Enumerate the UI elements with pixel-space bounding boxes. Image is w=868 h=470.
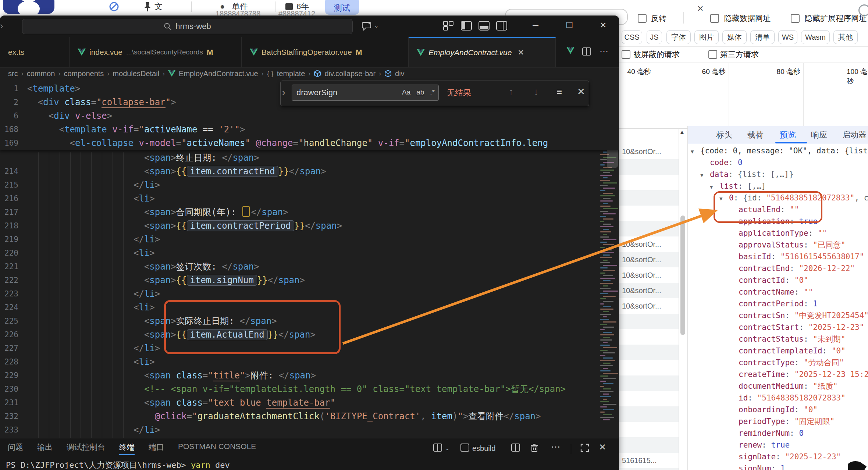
code-line[interactable]: 221 <span>签订次数: </span> (0, 260, 619, 274)
tab-ex.ts[interactable]: ex.ts (0, 37, 70, 67)
panel-tab-问题[interactable]: 问题 (8, 442, 23, 455)
code-line[interactable]: 214 <span>{{item.contractEnd}}</span> (0, 165, 619, 178)
chevron-right-icon: › (163, 70, 165, 78)
tree-value: "2025-12-23 15:20: (794, 370, 868, 379)
panel-tab-标头[interactable]: 标头 (716, 126, 732, 144)
breadcrumb-item[interactable]: div.collapse-bar (324, 70, 376, 78)
code-line[interactable]: 229 <span class="title">附件: </span> (0, 369, 619, 382)
code-line[interactable]: 220 <li> (0, 246, 619, 260)
code-line[interactable]: 232 @click="graduateAttachmentClick('BIZ… (0, 410, 619, 423)
code-line[interactable]: 6 <div v-else> (0, 109, 619, 123)
code-line[interactable]: 230 <!-- <span v-if="templateList.length… (0, 382, 619, 396)
toggle-secondary-sidebar-icon[interactable] (496, 21, 507, 31)
tree-value: "0" (804, 405, 818, 414)
tree-key: actualEnd (739, 205, 780, 214)
panel-tab-响应[interactable]: 响应 (811, 126, 827, 144)
chevron-down-icon[interactable]: ⌄ (445, 445, 450, 452)
maximize-button[interactable]: ☐ (563, 19, 576, 32)
breadcrumb-item[interactable]: div (395, 70, 405, 78)
code-text: </li> (27, 423, 160, 437)
code-editor[interactable]: <span>终止日期: </span>214 <span>{{item.cont… (0, 80, 619, 438)
breadcrumb-item[interactable]: template (277, 70, 305, 78)
expand-arrow-icon[interactable]: ▼ (719, 193, 729, 204)
panel-tab-POSTMAN CONSOLE[interactable]: POSTMAN CONSOLE (178, 442, 256, 455)
tab-label: index.vue (89, 48, 122, 57)
code-line[interactable]: 219 </li> (0, 233, 619, 246)
close-window-button[interactable]: ✕ (597, 19, 610, 32)
code-line[interactable]: 218 <span>{{item.contractPeriod}}</span> (0, 219, 619, 233)
find-widget: › drawerSign Aa ab .* 无结果 ↑ ↓ ≡ ✕ (280, 81, 589, 106)
panel-tab-载荷[interactable]: 载荷 (747, 126, 764, 144)
tree-key: onboardingId (739, 405, 794, 414)
regex-icon[interactable]: .* (430, 88, 435, 96)
braces-icon: { } (267, 70, 274, 78)
terminal-prompt[interactable]: PS D:\ZJFProject\人力资源项目\hrms-web> yarn d… (6, 460, 230, 470)
code-line[interactable]: 228 <li> (0, 355, 619, 369)
toggle-sidebar-icon[interactable] (461, 21, 472, 31)
panel-tab-输出[interactable]: 输出 (37, 442, 53, 455)
find-input[interactable]: drawerSign Aa ab .* (292, 85, 439, 101)
previous-match-icon[interactable]: ↑ (509, 86, 513, 97)
whole-word-icon[interactable]: ab (416, 88, 424, 96)
split-icon[interactable] (511, 444, 520, 452)
code-line[interactable]: 223 </li> (0, 287, 619, 301)
panel-tab-调试控制台[interactable]: 调试控制台 (67, 442, 105, 455)
code-line[interactable]: 225 <span>实际终止日期: </span> (0, 314, 619, 328)
toggle-replace-icon[interactable]: › (282, 87, 285, 98)
code-line[interactable]: 215 </li> (0, 178, 619, 192)
panel-tab-端口[interactable]: 端口 (149, 442, 164, 455)
match-case-icon[interactable]: Aa (402, 88, 410, 96)
line-number: 2 (0, 96, 27, 109)
close-panel-icon[interactable]: ✕ (599, 442, 606, 452)
tree-value: "0" (832, 346, 846, 355)
code-line[interactable]: 231 <span class="text blue template-bar" (0, 396, 619, 410)
code-line[interactable]: 216 <li> (0, 192, 619, 206)
code-line[interactable]: 168 <template v-if="activeName == '2'"> (0, 123, 619, 136)
expand-arrow-icon[interactable]: ▼ (710, 181, 719, 192)
breadcrumb-item[interactable]: common (27, 70, 55, 78)
breadcrumb-item[interactable]: src (8, 70, 18, 78)
code-line[interactable]: 169 <el-collapse v-model="activeNames" @… (0, 136, 619, 150)
tree-key: code (710, 158, 729, 167)
copilot-chat-icon[interactable]: ⌄ (362, 20, 379, 31)
code-line[interactable]: 233 </li> (0, 423, 619, 437)
tree-key: contractId (739, 276, 785, 285)
code-line[interactable]: 226 <span>{{item.ActualEnd}}</span> (0, 328, 619, 342)
code-line[interactable]: 227 </li> (0, 342, 619, 355)
code-line[interactable]: 224 <li> (0, 301, 619, 314)
trash-icon[interactable] (530, 444, 538, 452)
breadcrumb[interactable]: src›common›components›modulesDetail›Empl… (0, 67, 619, 80)
esbuild-terminal-icon[interactable] (460, 444, 469, 452)
chevron-right-icon: › (107, 70, 109, 78)
command-center-search[interactable]: hrms-web (22, 19, 353, 34)
split-terminal-icon[interactable] (433, 444, 442, 452)
panel-tab-终端[interactable]: 终端 (119, 442, 135, 455)
maximize-panel-icon[interactable] (580, 444, 589, 452)
breadcrumb-item[interactable]: modulesDetail (113, 70, 159, 78)
find-in-selection-icon[interactable]: ≡ (556, 86, 562, 97)
tab-EmployAndContract.vue[interactable]: EmployAndContract.vue✕ (409, 37, 556, 67)
panel-tab-预览[interactable]: 预览 (780, 126, 796, 144)
expand-arrow-icon[interactable]: ▼ (691, 146, 700, 157)
breadcrumb-item[interactable]: components (64, 70, 104, 78)
nav-forward-icon[interactable]: › (0, 20, 3, 32)
next-match-icon[interactable]: ↓ (534, 86, 538, 97)
split-editor-icon[interactable] (582, 47, 591, 56)
code-line[interactable]: <span>终止日期: </span> (0, 151, 619, 165)
close-find-icon[interactable]: ✕ (577, 86, 585, 97)
tab-label: BatchStaffingOperator.vue (262, 48, 352, 57)
more-actions-icon[interactable]: ⋯ (600, 46, 608, 56)
tree-summary: {code: 0, message: "OK", data: {list: (700, 146, 868, 155)
minimize-button[interactable]: ─ (529, 19, 542, 32)
breadcrumb-item[interactable]: EmployAndContract.vue (179, 70, 258, 78)
expand-arrow-icon[interactable]: ▼ (700, 169, 710, 180)
close-tab-icon[interactable]: ✕ (517, 48, 524, 57)
toggle-panel-icon[interactable] (479, 21, 490, 31)
more-actions-icon[interactable]: ⋯ (551, 441, 561, 453)
tab-index.vue[interactable]: index.vue...\socialSecurityRecordsM (70, 37, 242, 67)
tab-BatchStaffingOperator.vue[interactable]: BatchStaffingOperator.vueM (242, 37, 409, 67)
code-line[interactable]: 222 <span>{{item.signNum}}</span> (0, 274, 619, 287)
panel-tab-启动器[interactable]: 启动器 (842, 126, 867, 144)
code-line[interactable]: 217 <span>合同期限(年): </span> (0, 206, 619, 219)
customize-layout-icon[interactable] (443, 21, 454, 31)
